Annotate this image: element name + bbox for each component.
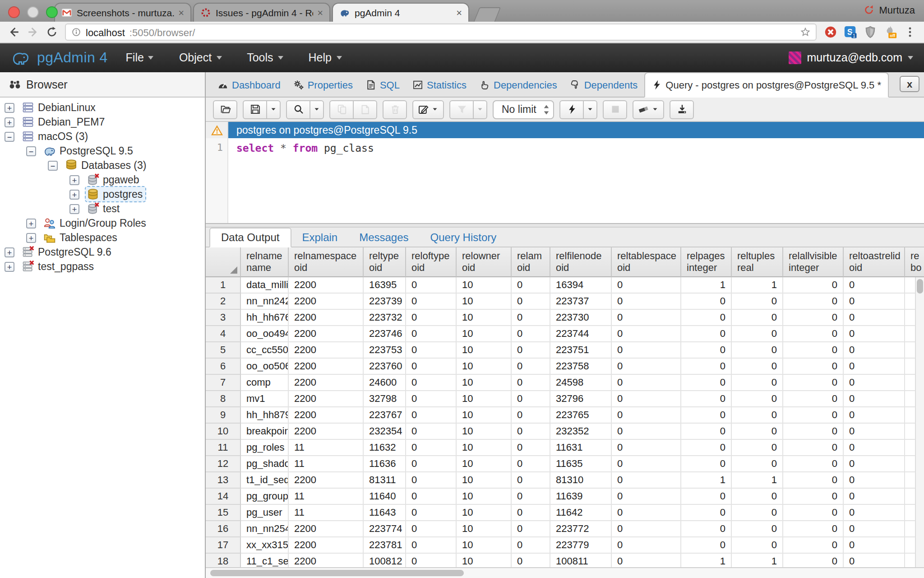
row-number[interactable]: 16 [206,521,241,537]
grid-cell[interactable]: 10 [457,294,512,310]
grid-cell[interactable]: 1 [732,472,783,489]
grid-cell[interactable]: 16394 [550,277,612,294]
tab-sql[interactable]: SQL [359,72,406,97]
grid-cell[interactable]: 10 [457,472,512,489]
grid-cell[interactable]: 0 [406,440,457,456]
grid-cell[interactable]: 0 [844,391,905,407]
tree-item-tablespaces[interactable]: +Tablespaces [0,230,205,245]
grid-cell[interactable]: 0 [406,554,457,567]
grid-cell[interactable]: data_milli... [241,277,289,294]
grid-cell[interactable]: 0 [512,342,550,359]
grid-cell[interactable]: 0 [406,424,457,440]
tab-dependencies[interactable]: Dependencies [473,72,564,97]
grid-cell[interactable]: 0 [732,342,783,359]
grid-cell[interactable]: 0 [732,521,783,537]
collapse-toggle[interactable]: − [5,131,14,141]
copy-button[interactable] [329,100,354,119]
grid-cell[interactable]: 223779 [550,537,612,554]
grid-cell[interactable]: pg_roles [241,440,289,456]
grid-cell[interactable]: 10 [457,326,512,342]
column-header-reltype[interactable]: reltypeoid [364,247,406,277]
grid-cell[interactable]: 0 [681,424,732,440]
download-button[interactable] [670,100,694,119]
find-options-button[interactable] [310,100,324,119]
grid-cell[interactable]: 0 [732,456,783,472]
grid-cell[interactable]: 10 [457,424,512,440]
grid-cell[interactable]: breakpoint [241,424,289,440]
grid-cell[interactable]: 0 [406,407,457,424]
grid-cell[interactable]: pg_group [241,489,289,505]
shield-extension[interactable] [864,25,877,39]
browser-menu-icon[interactable] [904,26,916,38]
grid-cell[interactable]: 0 [406,521,457,537]
grid-cell[interactable]: 2200 [289,294,364,310]
close-panel-button[interactable]: x [900,76,919,92]
grid-cell[interactable]: 0 [732,424,783,440]
grid-cell[interactable]: 0 [844,407,905,424]
grid-cell[interactable]: 11 [289,505,364,521]
expand-toggle[interactable]: + [26,233,36,242]
browser-tab[interactable]: Issues - pgAdmin 4 - Redmine× [193,3,330,22]
row-limit-select[interactable]: No limit [493,100,554,119]
grid-cell[interactable]: 0 [783,489,844,505]
grid-cell[interactable]: 0 [512,375,550,391]
grid-cell[interactable]: 0 [512,310,550,326]
grid-cell[interactable]: 10 [457,440,512,456]
grid-cell[interactable]: 0 [612,359,681,375]
grid-cell[interactable]: 0 [406,294,457,310]
grid-cell[interactable]: 0 [512,521,550,537]
expand-toggle[interactable]: + [26,218,36,228]
grid-cell[interactable]: 0 [732,505,783,521]
grid-cell[interactable]: 0 [612,489,681,505]
grid-cell[interactable]: 0 [783,521,844,537]
expand-toggle[interactable]: + [69,189,79,199]
grid-cell[interactable]: 0 [844,424,905,440]
grid-cell[interactable]: 11639 [550,489,612,505]
grid-cell[interactable]: 10 [457,310,512,326]
grid-cell[interactable]: 0 [512,294,550,310]
grid-cell[interactable]: 0 [612,342,681,359]
grid-cell[interactable]: 0 [612,505,681,521]
grid-cell[interactable]: 0 [783,407,844,424]
grid-cell[interactable]: 0 [732,310,783,326]
grid-cell[interactable]: 11642 [550,505,612,521]
tree-item-test-pgpass[interactable]: +test_pgpass [0,259,205,274]
grid-cell[interactable]: 232352 [550,424,612,440]
grid-cell[interactable]: xx_xx315... [241,537,289,554]
browser-tab[interactable]: Screenshots - murtuza.zabuaw× [54,3,191,22]
grid-cell[interactable]: 0 [732,375,783,391]
grid-cell[interactable]: 0 [783,554,844,567]
tab-close-icon[interactable]: × [178,8,184,17]
grid-cell[interactable]: 0 [512,472,550,489]
grid-cell[interactable]: 0 [512,440,550,456]
grid-cell[interactable]: 0 [844,294,905,310]
grid-cell[interactable]: 0 [612,294,681,310]
sql-code-area[interactable]: select * from pg_class [228,138,924,223]
grid-cell[interactable]: 2200 [289,391,364,407]
grid-cell[interactable]: 2200 [289,537,364,554]
grid-cell[interactable]: 0 [844,375,905,391]
grid-cell[interactable]: 0 [612,277,681,294]
grid-cell[interactable]: 0 [844,359,905,375]
row-number[interactable]: 18 [206,554,241,567]
zoom-window-button[interactable] [46,6,58,18]
tree-item-postgres[interactable]: +postgres [0,187,205,201]
grid-cell[interactable]: 0 [512,456,550,472]
grid-cell[interactable]: 24598 [550,375,612,391]
menu-help[interactable]: Help [309,51,342,64]
grid-cell[interactable]: 100811 [550,554,612,567]
row-number[interactable]: 5 [206,342,241,359]
grid-cell[interactable]: 0 [612,456,681,472]
grid-cell[interactable]: 223751 [550,342,612,359]
grid-cell[interactable]: 0 [406,472,457,489]
grid-cell[interactable]: oo_oo506... [241,359,289,375]
grid-cell[interactable]: pg_user [241,505,289,521]
grid-cell[interactable]: 223753 [364,342,406,359]
find-button[interactable] [286,100,310,119]
grid-cell[interactable]: 0 [406,342,457,359]
grid-cell[interactable]: 0 [732,407,783,424]
grid-cell[interactable]: comp [241,375,289,391]
grid-cell[interactable]: 0 [783,456,844,472]
tree-node[interactable]: Debian_PEM7 [20,114,108,130]
grid-cell[interactable]: 0 [681,521,732,537]
